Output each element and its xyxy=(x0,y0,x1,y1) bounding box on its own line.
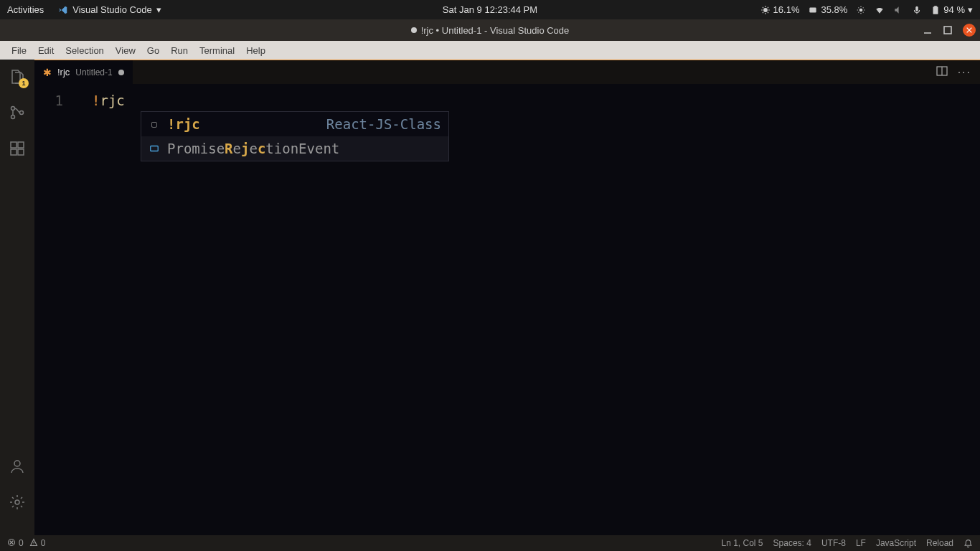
dropdown-icon: ▾ xyxy=(968,4,973,15)
status-bar: 0 0 Ln 1, Col 5 Spaces: 4 UTF-8 LF JavaS… xyxy=(0,535,980,551)
tab-description: Untitled-1 xyxy=(75,67,112,77)
battery-icon xyxy=(930,5,941,15)
svg-point-15 xyxy=(15,500,19,504)
status-encoding[interactable]: UTF-8 xyxy=(821,538,846,548)
menu-terminal[interactable]: Terminal xyxy=(194,45,240,56)
memory-icon xyxy=(808,5,818,15)
variable-icon xyxy=(149,143,160,154)
editor-tabs: ✱ !rjc Untitled-1 ··· xyxy=(34,60,980,84)
suggestion-item-promiserejectionevent[interactable]: PromiseRejectionEvent xyxy=(141,136,448,161)
intellisense-popup: ▢ !rjc React-JS-Class PromiseRejectionEv… xyxy=(141,111,449,161)
close-button[interactable] xyxy=(963,24,976,37)
svg-point-9 xyxy=(20,111,24,115)
tab-untitled-1[interactable]: ✱ !rjc Untitled-1 xyxy=(34,60,133,84)
minimize-button[interactable] xyxy=(923,25,933,35)
clock[interactable]: Sat Jan 9 12:23:44 PM xyxy=(443,4,537,15)
unsaved-dot-icon xyxy=(411,27,417,33)
tab-dirty-icon xyxy=(118,70,124,75)
svg-point-2 xyxy=(859,8,863,11)
dropdown-icon: ▾ xyxy=(156,4,161,15)
wifi-icon[interactable] xyxy=(875,5,885,15)
activity-extensions[interactable] xyxy=(7,138,27,159)
activity-explorer[interactable]: 1 xyxy=(7,67,27,87)
menu-view[interactable]: View xyxy=(110,45,141,56)
gnome-top-bar: Activities Visual Studio Code ▾ Sat Jan … xyxy=(0,0,980,19)
menu-bar: File Edit Selection View Go Run Terminal… xyxy=(0,41,980,60)
error-icon xyxy=(7,538,16,549)
warning-icon xyxy=(29,538,38,549)
svg-rect-5 xyxy=(935,6,938,7)
status-language[interactable]: JavaScript xyxy=(876,538,916,548)
active-app-label: Visual Studio Code xyxy=(72,4,151,15)
split-editor-icon[interactable] xyxy=(936,65,948,80)
svg-rect-11 xyxy=(18,142,24,148)
battery-indicator[interactable]: 94 % ▾ xyxy=(930,4,973,15)
activity-bar: 1 xyxy=(0,60,34,535)
status-warnings[interactable]: 0 xyxy=(29,538,46,549)
active-app-menu[interactable]: Visual Studio Code ▾ xyxy=(58,4,161,15)
status-cursor[interactable]: Ln 1, Col 5 xyxy=(722,538,763,548)
activity-settings[interactable] xyxy=(7,492,27,512)
suggestion-label: !rjc xyxy=(167,115,319,133)
suggestion-label: PromiseRejectionEvent xyxy=(167,139,441,158)
status-eol[interactable]: LF xyxy=(856,538,866,548)
activity-account[interactable] xyxy=(7,456,27,476)
svg-rect-17 xyxy=(151,146,159,151)
svg-point-14 xyxy=(14,461,20,466)
svg-point-0 xyxy=(763,8,768,12)
cpu-icon xyxy=(760,5,771,15)
more-actions-icon[interactable]: ··· xyxy=(958,66,971,79)
suggestion-item-rjc[interactable]: ▢ !rjc React-JS-Class xyxy=(141,112,448,136)
suggestion-detail: React-JS-Class xyxy=(326,115,441,133)
explorer-badge: 1 xyxy=(19,78,29,88)
svg-rect-3 xyxy=(916,6,919,11)
window-title: !rjc • Untitled-1 - Visual Studio Code xyxy=(421,25,570,36)
microphone-icon[interactable] xyxy=(912,5,922,15)
menu-file[interactable]: File xyxy=(6,45,32,56)
tab-label: !rjc xyxy=(57,67,70,77)
svg-rect-10 xyxy=(11,142,17,148)
volume-icon[interactable] xyxy=(893,5,903,15)
status-indent[interactable]: Spaces: 4 xyxy=(773,538,811,548)
svg-rect-6 xyxy=(944,27,951,34)
activity-scm[interactable] xyxy=(7,103,27,123)
menu-run[interactable]: Run xyxy=(165,45,194,56)
snippet-icon: ▢ xyxy=(149,118,160,130)
svg-rect-12 xyxy=(11,149,17,155)
status-reload[interactable]: Reload xyxy=(926,538,953,548)
brightness-icon[interactable] xyxy=(856,5,866,15)
svg-point-7 xyxy=(11,107,15,110)
svg-rect-1 xyxy=(810,7,816,12)
svg-rect-13 xyxy=(18,149,24,155)
vscode-icon xyxy=(58,5,68,15)
memory-indicator[interactable]: 35.8% xyxy=(808,4,847,15)
menu-selection[interactable]: Selection xyxy=(60,45,109,56)
status-errors[interactable]: 0 xyxy=(7,538,24,549)
svg-rect-4 xyxy=(933,6,938,14)
line-number: 1 xyxy=(34,91,63,110)
activities-button[interactable]: Activities xyxy=(7,4,44,15)
svg-point-8 xyxy=(11,116,15,119)
cpu-indicator[interactable]: 16.1% xyxy=(760,4,800,15)
menu-edit[interactable]: Edit xyxy=(32,45,60,56)
menu-help[interactable]: Help xyxy=(240,45,271,56)
maximize-button[interactable] xyxy=(943,25,953,35)
code-line-1: !rjc xyxy=(92,91,980,110)
snippet-icon: ✱ xyxy=(43,67,52,78)
status-notifications[interactable] xyxy=(963,539,973,548)
gutter: 1 xyxy=(34,84,77,110)
menu-go[interactable]: Go xyxy=(141,45,165,56)
window-title-bar: !rjc • Untitled-1 - Visual Studio Code xyxy=(0,19,980,41)
